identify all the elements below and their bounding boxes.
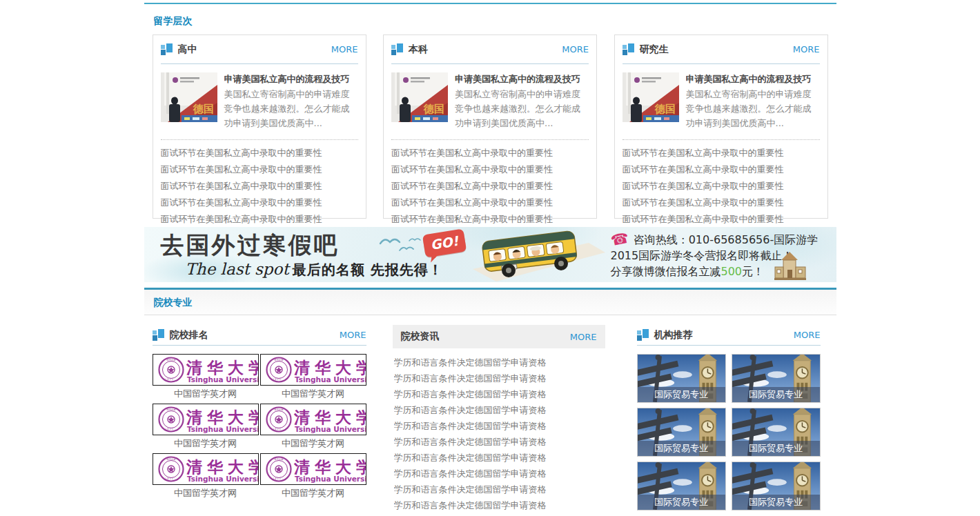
org-photo-item[interactable]: 国际贸易专业 xyxy=(637,354,726,403)
news-link[interactable]: 学历和语言条件决定德国留学申请资格 xyxy=(394,434,605,450)
more-link[interactable]: MORE xyxy=(794,330,821,340)
logo-caption: 中国留学英才网 xyxy=(260,435,366,451)
card-header: 研究生 MORE xyxy=(623,35,820,64)
svg-text:Tsinghua University: Tsinghua University xyxy=(295,425,366,433)
article-link[interactable]: 面试环节在美国私立高中录取中的重要性 xyxy=(161,145,358,161)
featured-desc: 美国私立寄宿制高中的申请难度竞争也越来越激烈。怎么才能成功申请到美国优质高中..… xyxy=(455,87,589,130)
banner-headline: 去国外过寒假吧 xyxy=(161,230,340,261)
org-photo-item[interactable]: 国际贸易专业 xyxy=(732,462,821,510)
article-link[interactable]: 面试环节在美国私立高中录取中的重要性 xyxy=(391,145,589,161)
logo-caption: 中国留学英才网 xyxy=(260,485,366,501)
column-school-ranking: 院校排名 MORE 清华大学 Tsinghua University xyxy=(153,325,366,513)
school-logo-item[interactable]: 清华大学 Tsinghua University 中国留学英才网 xyxy=(260,453,366,501)
article-link[interactable]: 面试环节在美国私立高中录取中的重要性 xyxy=(391,178,589,195)
more-link[interactable]: MORE xyxy=(570,332,597,342)
logo-caption: 中国留学英才网 xyxy=(153,485,259,501)
column-header: 院校排名 MORE xyxy=(153,325,366,346)
photo-caption: 国际贸易专业 xyxy=(638,495,725,510)
featured-article[interactable]: 申请美国私立高中的流程及技巧 美国私立寄宿制高中的申请难度竞争也越来越激烈。怎么… xyxy=(623,64,820,140)
article-link-list: 面试环节在美国私立高中录取中的重要性面试环节在美国私立高中录取中的重要性面试环节… xyxy=(391,145,589,228)
tsinghua-logo: 清华大学 Tsinghua University xyxy=(260,354,366,386)
article-link[interactable]: 面试环节在美国私立高中录取中的重要性 xyxy=(391,211,589,228)
more-link[interactable]: MORE xyxy=(340,330,366,340)
news-link[interactable]: 学历和语言条件决定德国留学申请资格 xyxy=(394,466,605,482)
news-link[interactable]: 学历和语言条件决定德国留学申请资格 xyxy=(394,370,605,386)
logo-caption: 中国留学英才网 xyxy=(153,386,259,401)
school-logo-item[interactable]: 清华大学 Tsinghua University 中国留学英才网 xyxy=(260,404,366,451)
logo-caption: 中国留学英才网 xyxy=(153,435,259,451)
tsinghua-logo: 清华大学 Tsinghua University xyxy=(153,404,259,435)
article-link[interactable]: 面试环节在美国私立高中录取中的重要性 xyxy=(623,211,820,228)
column-school-news: 院校资讯 MORE 学历和语言条件决定德国留学申请资格学历和语言条件决定德国留学… xyxy=(393,325,605,513)
birds-icon xyxy=(379,235,422,256)
school-logo-item[interactable]: 清华大学 Tsinghua University 中国留学英才网 xyxy=(153,453,259,501)
card-title: 高中 xyxy=(178,43,331,56)
card-title: 本科 xyxy=(409,43,562,56)
featured-article[interactable]: 申请美国私立高中的流程及技巧 美国私立寄宿制高中的申请难度竞争也越来越激烈。怎么… xyxy=(391,64,589,140)
photo-caption: 国际贸易专业 xyxy=(732,495,820,510)
article-link[interactable]: 面试环节在美国私立高中录取中的重要性 xyxy=(623,195,820,211)
banner-hotline: 咨询热线：010-65685656-国际游学 xyxy=(634,232,819,248)
more-link[interactable]: MORE xyxy=(331,44,358,54)
news-link[interactable]: 学历和语言条件决定德国留学申请资格 xyxy=(394,497,605,513)
org-photo-item[interactable]: 国际贸易专业 xyxy=(732,354,821,403)
photo-caption: 国际贸易专业 xyxy=(638,387,725,402)
org-photo-item[interactable]: 国际贸易专业 xyxy=(637,408,726,457)
featured-title[interactable]: 申请美国私立高中的流程及技巧 xyxy=(686,72,820,86)
svg-text:Tsinghua University: Tsinghua University xyxy=(187,425,258,433)
banner-tagline-zh: 最后的名额 先报先得！ xyxy=(293,261,443,278)
svg-text:清华大学: 清华大学 xyxy=(186,358,258,377)
article-link[interactable]: 面试环节在美国私立高中录取中的重要性 xyxy=(161,211,358,228)
featured-desc: 美国私立寄宿制高中的申请难度竞争也越来越激烈。怎么才能成功申请到美国优质高中..… xyxy=(224,87,358,130)
article-thumbnail xyxy=(161,72,217,122)
article-thumbnail xyxy=(391,72,448,122)
news-link[interactable]: 学历和语言条件决定德国留学申请资格 xyxy=(394,402,605,418)
org-photo-item[interactable]: 国际贸易专业 xyxy=(732,408,821,457)
banner-hotline-row: ☎ 咨询热线：010-65685656-国际游学 xyxy=(611,232,833,248)
news-link[interactable]: 学历和语言条件决定德国留学申请资格 xyxy=(394,418,605,434)
org-photo-item[interactable]: 国际贸易专业 xyxy=(637,462,726,510)
featured-desc: 美国私立寄宿制高中的申请难度竞争也越来越激烈。怎么才能成功申请到美国优质高中..… xyxy=(686,87,820,130)
article-link[interactable]: 面试环节在美国私立高中录取中的重要性 xyxy=(161,178,358,195)
go-badge: GO! xyxy=(422,229,466,258)
news-link[interactable]: 学历和语言条件决定德国留学申请资格 xyxy=(394,355,605,370)
article-link[interactable]: 面试环节在美国私立高中录取中的重要性 xyxy=(623,161,820,178)
svg-text:清华大学: 清华大学 xyxy=(293,457,366,476)
article-link[interactable]: 面试环节在美国私立高中录取中的重要性 xyxy=(391,195,589,211)
article-link[interactable]: 面试环节在美国私立高中录取中的重要性 xyxy=(623,178,820,195)
svg-text:Tsinghua University: Tsinghua University xyxy=(295,375,366,384)
grid-squares-icon xyxy=(153,329,164,341)
column-title: 院校排名 xyxy=(170,329,340,341)
tsinghua-logo: 清华大学 Tsinghua University xyxy=(260,404,366,435)
winter-camp-banner[interactable]: 去国外过寒假吧 The last spot 最后的名额 先报先得！ GO! ☎ … xyxy=(144,227,836,282)
column-header: 院校资讯 MORE xyxy=(393,325,605,348)
article-link-list: 面试环节在美国私立高中录取中的重要性面试环节在美国私立高中录取中的重要性面试环节… xyxy=(161,145,358,228)
photo-caption: 国际贸易专业 xyxy=(732,387,820,402)
featured-text: 申请美国私立高中的流程及技巧 美国私立寄宿制高中的申请难度竞争也越来越激烈。怎么… xyxy=(686,72,820,130)
article-link[interactable]: 面试环节在美国私立高中录取中的重要性 xyxy=(623,145,820,161)
logo-caption: 中国留学英才网 xyxy=(260,386,366,401)
more-link[interactable]: MORE xyxy=(793,44,820,54)
article-link[interactable]: 面试环节在美国私立高中录取中的重要性 xyxy=(161,161,358,178)
news-link[interactable]: 学历和语言条件决定德国留学申请资格 xyxy=(394,482,605,497)
article-link[interactable]: 面试环节在美国私立高中录取中的重要性 xyxy=(391,161,589,178)
svg-text:清华大学: 清华大学 xyxy=(293,408,366,426)
org-photo-grid: 国际贸易专业 国际贸易专业 国际贸易专业 国际贸易专业 国际贸易专业 xyxy=(637,354,821,510)
featured-article[interactable]: 申请美国私立高中的流程及技巧 美国私立寄宿制高中的申请难度竞争也越来越激烈。怎么… xyxy=(161,64,358,140)
school-logo-item[interactable]: 清华大学 Tsinghua University 中国留学英才网 xyxy=(153,404,259,451)
article-link[interactable]: 面试环节在美国私立高中录取中的重要性 xyxy=(161,195,358,211)
more-link[interactable]: MORE xyxy=(562,44,589,54)
grid-squares-icon xyxy=(623,43,634,55)
svg-text:清华大学: 清华大学 xyxy=(293,358,366,377)
column-title: 机构推荐 xyxy=(654,329,794,341)
featured-title[interactable]: 申请美国私立高中的流程及技巧 xyxy=(224,72,358,86)
news-link[interactable]: 学历和语言条件决定德国留学申请资格 xyxy=(394,386,605,402)
featured-title[interactable]: 申请美国私立高中的流程及技巧 xyxy=(455,72,589,86)
featured-text: 申请美国私立高中的流程及技巧 美国私立寄宿制高中的申请难度竞争也越来越激烈。怎么… xyxy=(224,72,358,130)
news-link[interactable]: 学历和语言条件决定德国留学申请资格 xyxy=(394,450,605,466)
school-logo-item[interactable]: 清华大学 Tsinghua University 中国留学英才网 xyxy=(153,354,259,401)
svg-text:清华大学: 清华大学 xyxy=(186,408,258,426)
school-logo-item[interactable]: 清华大学 Tsinghua University 中国留学英才网 xyxy=(260,354,366,401)
article-thumbnail xyxy=(623,72,679,122)
promo-amount: 500 xyxy=(721,265,743,278)
